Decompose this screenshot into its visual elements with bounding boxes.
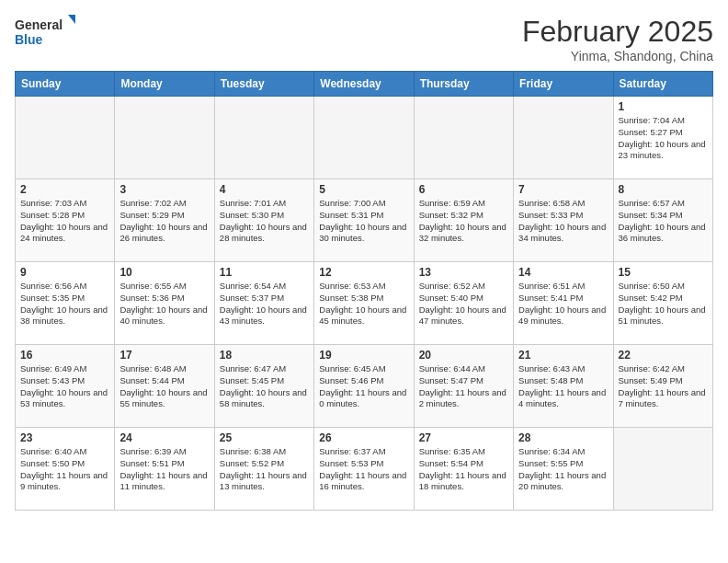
day-info: Sunrise: 6:38 AM Sunset: 5:52 PM Dayligh…	[220, 446, 309, 493]
weekday-header-tuesday: Tuesday	[214, 72, 313, 97]
day-number: 20	[419, 349, 508, 362]
day-number: 10	[119, 266, 209, 279]
day-number: 28	[518, 431, 608, 444]
weekday-header-row: SundayMondayTuesdayWednesdayThursdayFrid…	[16, 72, 713, 97]
calendar-week-row: 23Sunrise: 6:40 AM Sunset: 5:50 PM Dayli…	[16, 428, 713, 511]
calendar-day-cell: 7Sunrise: 6:58 AM Sunset: 5:33 PM Daylig…	[514, 179, 613, 262]
day-info: Sunrise: 7:03 AM Sunset: 5:28 PM Dayligh…	[20, 198, 109, 245]
calendar-week-row: 1Sunrise: 7:04 AM Sunset: 5:27 PM Daylig…	[16, 97, 713, 179]
day-info: Sunrise: 6:45 AM Sunset: 5:46 PM Dayligh…	[319, 363, 408, 410]
day-info: Sunrise: 6:51 AM Sunset: 5:41 PM Dayligh…	[518, 281, 608, 327]
calendar-day-cell	[314, 97, 414, 179]
svg-text:Blue: Blue	[15, 32, 43, 47]
weekday-header-friday: Friday	[514, 72, 613, 97]
weekday-header-sunday: Sunday	[16, 72, 115, 97]
title-block: February 2025 Yinma, Shandong, China	[522, 15, 713, 63]
calendar-day-cell: 13Sunrise: 6:52 AM Sunset: 5:40 PM Dayli…	[414, 262, 513, 345]
day-number: 5	[319, 183, 408, 196]
calendar-day-cell	[514, 97, 613, 179]
calendar-day-cell: 14Sunrise: 6:51 AM Sunset: 5:41 PM Dayli…	[514, 262, 613, 345]
day-number: 1	[619, 100, 708, 113]
day-info: Sunrise: 7:04 AM Sunset: 5:27 PM Dayligh…	[619, 115, 708, 162]
calendar-day-cell: 1Sunrise: 7:04 AM Sunset: 5:27 PM Daylig…	[613, 97, 712, 179]
day-number: 19	[319, 349, 408, 362]
calendar-day-cell: 8Sunrise: 6:57 AM Sunset: 5:34 PM Daylig…	[613, 179, 712, 262]
day-info: Sunrise: 6:37 AM Sunset: 5:53 PM Dayligh…	[319, 446, 408, 493]
day-number: 21	[518, 349, 608, 362]
calendar-day-cell	[414, 97, 513, 179]
day-number: 3	[119, 183, 209, 196]
day-number: 13	[419, 266, 508, 279]
calendar-day-cell: 26Sunrise: 6:37 AM Sunset: 5:53 PM Dayli…	[314, 428, 414, 511]
calendar-day-cell: 6Sunrise: 6:59 AM Sunset: 5:32 PM Daylig…	[414, 179, 513, 262]
day-number: 8	[619, 183, 708, 196]
day-info: Sunrise: 6:58 AM Sunset: 5:33 PM Dayligh…	[518, 198, 608, 245]
calendar-week-row: 16Sunrise: 6:49 AM Sunset: 5:43 PM Dayli…	[16, 345, 713, 428]
day-info: Sunrise: 6:52 AM Sunset: 5:40 PM Dayligh…	[419, 281, 508, 327]
day-info: Sunrise: 7:01 AM Sunset: 5:30 PM Dayligh…	[220, 198, 309, 245]
day-number: 26	[319, 431, 408, 444]
day-number: 23	[20, 431, 109, 444]
day-number: 7	[518, 183, 608, 196]
calendar-day-cell	[613, 428, 712, 511]
day-number: 18	[220, 349, 309, 362]
day-info: Sunrise: 6:47 AM Sunset: 5:45 PM Dayligh…	[220, 363, 309, 410]
calendar-day-cell: 25Sunrise: 6:38 AM Sunset: 5:52 PM Dayli…	[214, 428, 313, 511]
location: Yinma, Shandong, China	[522, 49, 713, 63]
day-number: 2	[20, 183, 109, 196]
month-title: February 2025	[522, 15, 713, 49]
calendar-day-cell: 11Sunrise: 6:54 AM Sunset: 5:37 PM Dayli…	[214, 262, 313, 345]
calendar-day-cell: 27Sunrise: 6:35 AM Sunset: 5:54 PM Dayli…	[414, 428, 513, 511]
day-number: 12	[319, 266, 408, 279]
day-info: Sunrise: 6:43 AM Sunset: 5:48 PM Dayligh…	[518, 363, 608, 410]
weekday-header-saturday: Saturday	[613, 72, 712, 97]
day-info: Sunrise: 6:57 AM Sunset: 5:34 PM Dayligh…	[619, 198, 708, 245]
calendar-day-cell: 18Sunrise: 6:47 AM Sunset: 5:45 PM Dayli…	[214, 345, 313, 428]
day-info: Sunrise: 6:42 AM Sunset: 5:49 PM Dayligh…	[619, 363, 708, 410]
day-number: 4	[220, 183, 309, 196]
calendar-table: SundayMondayTuesdayWednesdayThursdayFrid…	[15, 71, 713, 511]
calendar-day-cell: 12Sunrise: 6:53 AM Sunset: 5:38 PM Dayli…	[314, 262, 414, 345]
day-info: Sunrise: 6:49 AM Sunset: 5:43 PM Dayligh…	[20, 363, 109, 410]
day-info: Sunrise: 6:35 AM Sunset: 5:54 PM Dayligh…	[419, 446, 508, 493]
day-info: Sunrise: 6:56 AM Sunset: 5:35 PM Dayligh…	[20, 281, 109, 327]
day-info: Sunrise: 6:54 AM Sunset: 5:37 PM Dayligh…	[220, 281, 309, 327]
calendar-day-cell: 9Sunrise: 6:56 AM Sunset: 5:35 PM Daylig…	[16, 262, 115, 345]
day-info: Sunrise: 6:48 AM Sunset: 5:44 PM Dayligh…	[119, 363, 209, 410]
day-info: Sunrise: 6:44 AM Sunset: 5:47 PM Dayligh…	[419, 363, 508, 410]
day-number: 27	[419, 431, 508, 444]
svg-text:General: General	[15, 17, 63, 32]
day-number: 16	[20, 349, 109, 362]
day-info: Sunrise: 6:34 AM Sunset: 5:55 PM Dayligh…	[518, 446, 608, 493]
day-number: 22	[619, 349, 708, 362]
day-info: Sunrise: 6:53 AM Sunset: 5:38 PM Dayligh…	[319, 281, 408, 327]
calendar-day-cell: 19Sunrise: 6:45 AM Sunset: 5:46 PM Dayli…	[314, 345, 414, 428]
day-number: 17	[119, 349, 209, 362]
calendar-day-cell: 2Sunrise: 7:03 AM Sunset: 5:28 PM Daylig…	[16, 179, 115, 262]
day-info: Sunrise: 6:50 AM Sunset: 5:42 PM Dayligh…	[619, 281, 708, 327]
day-info: Sunrise: 6:55 AM Sunset: 5:36 PM Dayligh…	[119, 281, 209, 327]
calendar-day-cell: 17Sunrise: 6:48 AM Sunset: 5:44 PM Dayli…	[115, 345, 214, 428]
calendar-day-cell: 16Sunrise: 6:49 AM Sunset: 5:43 PM Dayli…	[16, 345, 115, 428]
calendar-day-cell: 24Sunrise: 6:39 AM Sunset: 5:51 PM Dayli…	[115, 428, 214, 511]
day-info: Sunrise: 6:39 AM Sunset: 5:51 PM Dayligh…	[119, 446, 209, 493]
day-number: 14	[518, 266, 608, 279]
weekday-header-thursday: Thursday	[414, 72, 513, 97]
calendar-day-cell: 23Sunrise: 6:40 AM Sunset: 5:50 PM Dayli…	[16, 428, 115, 511]
logo-svg: GeneralBlue	[15, 15, 79, 48]
day-number: 25	[220, 431, 309, 444]
day-number: 11	[220, 266, 309, 279]
logo: GeneralBlue	[15, 15, 79, 48]
calendar-day-cell	[214, 97, 313, 179]
calendar-day-cell	[115, 97, 214, 179]
weekday-header-wednesday: Wednesday	[314, 72, 414, 97]
page-header: GeneralBlue February 2025 Yinma, Shandon…	[15, 15, 713, 63]
day-number: 15	[619, 266, 708, 279]
calendar-week-row: 9Sunrise: 6:56 AM Sunset: 5:35 PM Daylig…	[16, 262, 713, 345]
day-info: Sunrise: 7:02 AM Sunset: 5:29 PM Dayligh…	[119, 198, 209, 245]
calendar-day-cell: 3Sunrise: 7:02 AM Sunset: 5:29 PM Daylig…	[115, 179, 214, 262]
calendar-day-cell: 10Sunrise: 6:55 AM Sunset: 5:36 PM Dayli…	[115, 262, 214, 345]
svg-marker-2	[68, 15, 75, 24]
calendar-day-cell: 21Sunrise: 6:43 AM Sunset: 5:48 PM Dayli…	[514, 345, 613, 428]
calendar-day-cell: 4Sunrise: 7:01 AM Sunset: 5:30 PM Daylig…	[214, 179, 313, 262]
